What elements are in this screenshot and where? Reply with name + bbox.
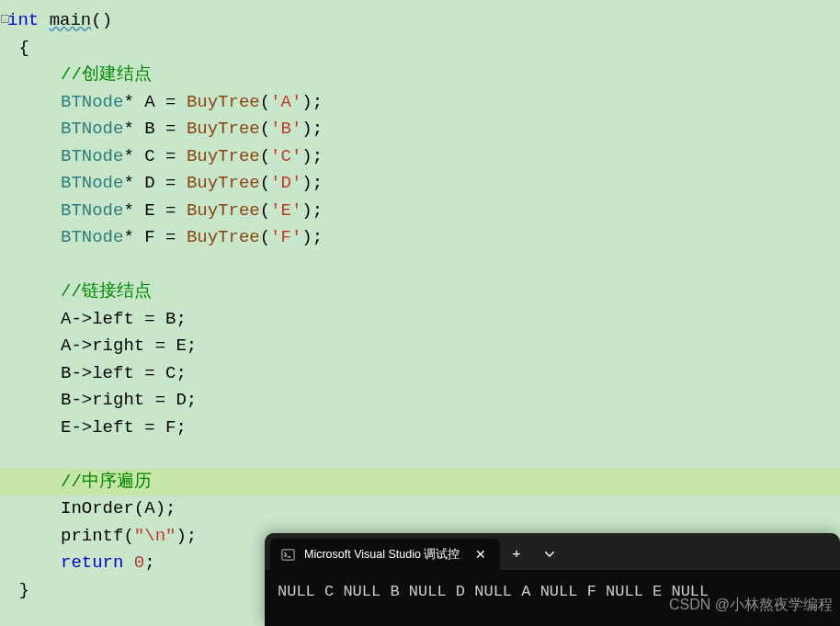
terminal-icon [281,548,295,562]
terminal-tab-bar: Microsoft Visual Studio 调试控 ✕ + [265,533,840,570]
fold-marker-icon[interactable]: - [1,15,9,23]
close-icon[interactable]: ✕ [472,546,489,563]
code-line: BTNode* D = BuyTree('D'); [8,170,840,198]
comment-line: //链接结点 [8,279,840,306]
terminal-tab-title: Microsoft Visual Studio 调试控 [304,547,463,563]
new-tab-button[interactable]: + [500,539,533,570]
code-line: BTNode* E = BuyTree('E'); [8,198,840,225]
code-line: BTNode* F = BuyTree('F'); [8,224,840,252]
terminal-output[interactable]: NULL C NULL B NULL D NULL A NULL F NULL … [265,570,840,614]
keyword-int: int [7,10,39,30]
comment-line: //创建结点 [8,62,840,89]
main-function: main [50,10,92,30]
code-editor[interactable]: -int main() { //创建结点 BTNode* A = BuyTree… [0,0,840,626]
code-line: B->right = D; [8,387,840,415]
code-line: InOrder(A); [8,495,840,523]
blank-line [8,252,840,279]
tab-dropdown-icon[interactable] [533,539,566,570]
code-line: B->left = C; [8,360,840,388]
terminal-window: Microsoft Visual Studio 调试控 ✕ + NULL C N… [265,533,840,626]
brace-line: { [8,35,840,63]
code-line: BTNode* B = BuyTree('B'); [8,116,840,143]
svg-rect-0 [282,549,294,559]
terminal-output-line: NULL C NULL B NULL D NULL A NULL F NULL … [278,583,709,600]
parens: () [91,10,112,30]
code-line: BTNode* C = BuyTree('C'); [8,143,840,171]
code-line: E->left = F; [8,415,840,442]
code-line: BTNode* A = BuyTree('A'); [8,89,840,117]
terminal-tab[interactable]: Microsoft Visual Studio 调试控 ✕ [270,539,500,570]
blank-line [8,441,840,469]
code-line: A->left = B; [8,306,840,334]
comment-line-highlighted: //中序遍历 [0,469,840,496]
code-line: A->right = E; [8,333,840,360]
